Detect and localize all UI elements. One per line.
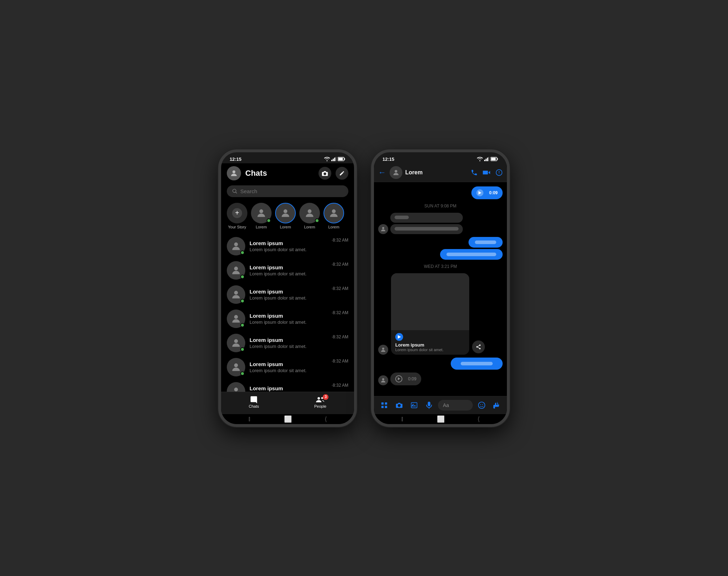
chat-item-0[interactable]: Lorem ipsum Lorem ipsum dolor sit amet. … <box>221 234 354 258</box>
chat-item-4[interactable]: Lorem ipsum Lorem ipsum dolor sit amet. … <box>221 331 354 355</box>
camera-input-button[interactable] <box>393 399 405 411</box>
add-story-icon: + <box>232 208 242 218</box>
your-story-item[interactable]: + Your Story <box>227 203 247 229</box>
phone-chats: 12:15 <box>218 149 357 427</box>
battery-icon <box>338 157 346 161</box>
svg-marker-34 <box>398 335 401 339</box>
voice-note-sent-top[interactable]: 0:09 <box>471 186 503 199</box>
messages-area: 0:09 SUN AT 9:08 PM <box>374 182 507 396</box>
phone-call-icon[interactable] <box>471 169 478 176</box>
chat-item-1[interactable]: Lorem ipsum Lorem ipsum dolor sit amet. … <box>221 258 354 282</box>
chat-bubble-icon <box>250 396 258 403</box>
emoji-button[interactable] <box>476 399 488 411</box>
chat-time-2: ·8:32 AM <box>332 286 348 291</box>
received-voice-avatar <box>378 375 388 385</box>
story-person-icon-2 <box>280 207 291 219</box>
contact-name: Lorem <box>405 169 423 176</box>
date-divider-1: SUN AT 9:08 PM <box>378 204 503 208</box>
recv-bubble-1a <box>390 213 463 223</box>
shared-subtitle: Lorem ipsum dolor sit amet. <box>395 348 465 352</box>
chat-avatar-0 <box>227 237 245 255</box>
camera-button[interactable] <box>318 167 331 180</box>
mic-button[interactable] <box>423 399 435 411</box>
video-call-icon[interactable] <box>483 170 491 175</box>
share-button[interactable] <box>472 340 485 353</box>
conversation-screen: ← Lorem <box>374 163 507 424</box>
received-voice-note[interactable]: 0:09 <box>390 372 421 385</box>
story-avatar-1[interactable] <box>251 203 272 223</box>
svg-line-38 <box>478 347 480 348</box>
chat-name-2: Lorem ipsum <box>250 289 327 295</box>
grid-button[interactable] <box>378 399 390 411</box>
shared-card[interactable]: Lorem ipsum Lorem ipsum dolor sit amet. <box>391 273 469 355</box>
sent-bubble-1a <box>469 237 503 248</box>
nav-people[interactable]: 3 People <box>307 396 333 408</box>
chat-person-icon-1 <box>230 265 242 276</box>
chat-item-6[interactable]: Lorem ipsum Lorem ipsum dolor sit amet. … <box>221 379 354 392</box>
shared-sender-icon <box>380 347 386 353</box>
story-item-4[interactable]: Lorem <box>323 203 344 229</box>
shared-source <box>395 333 465 341</box>
svg-marker-31 <box>478 191 481 195</box>
story-item-1[interactable]: Lorem <box>251 203 272 229</box>
battery-icon-right <box>491 157 498 161</box>
shared-image <box>391 273 469 330</box>
nav-chats[interactable]: Chats <box>242 396 266 408</box>
story-label-4: Lorem <box>328 225 339 229</box>
svg-point-36 <box>476 346 478 348</box>
sent-placeholder-1b <box>446 253 496 256</box>
received-person-icon-1 <box>380 226 386 232</box>
info-icon[interactable] <box>496 169 503 176</box>
shared-title: Lorem ipsum <box>395 342 465 348</box>
camera-input-icon <box>396 402 403 408</box>
story-avatar-4[interactable] <box>323 203 344 223</box>
chat-preview-0: Lorem ipsum dolor sit amet. <box>250 247 327 252</box>
story-item-3[interactable]: Lorem <box>299 203 320 229</box>
share-icon <box>476 344 481 350</box>
your-story-avatar[interactable]: + <box>227 203 247 223</box>
image-button[interactable] <box>408 399 420 411</box>
user-avatar[interactable] <box>227 166 241 180</box>
wifi-icon <box>324 157 330 161</box>
chat-online-dot-4 <box>240 347 245 352</box>
search-icon <box>232 188 237 194</box>
compose-button[interactable] <box>336 167 348 180</box>
chat-preview-5: Lorem ipsum dolor sit amet. <box>250 368 327 373</box>
scene: 12:15 <box>204 135 524 441</box>
message-input[interactable]: Aa <box>438 400 473 411</box>
chat-info-1: Lorem ipsum Lorem ipsum dolor sit amet. <box>250 264 327 276</box>
svg-point-49 <box>478 402 485 408</box>
voice-duration-recv: 0:09 <box>408 376 416 381</box>
story-avatar-2[interactable] <box>275 203 296 223</box>
play-triangle-recv <box>398 377 400 380</box>
svg-point-32 <box>382 227 384 229</box>
chat-item-2[interactable]: Lorem ipsum Lorem ipsum dolor sit amet. … <box>221 282 354 307</box>
home-gesture-right: ⬜ <box>437 415 445 423</box>
svg-rect-24 <box>487 158 488 161</box>
chat-name-6: Lorem ipsum <box>250 385 327 391</box>
play-icon-top[interactable] <box>476 189 483 196</box>
chat-time-6: ·8:32 AM <box>332 383 348 388</box>
chat-item-3[interactable]: Lorem ipsum Lorem ipsum dolor sit amet. … <box>221 307 354 331</box>
story-item-2[interactable]: Lorem <box>275 203 296 229</box>
search-input[interactable] <box>240 188 343 194</box>
svg-point-14 <box>234 266 238 270</box>
back-gesture-right: ⫿ <box>401 415 404 423</box>
back-button[interactable]: ← <box>378 168 386 177</box>
chat-avatar-1 <box>227 261 245 280</box>
nav-people-label: People <box>314 404 326 408</box>
svg-rect-44 <box>381 406 384 408</box>
voice-duration-top: 0:09 <box>489 190 498 195</box>
like-button[interactable] <box>491 399 503 411</box>
chats-screen: Chats <box>221 163 354 424</box>
svg-rect-45 <box>385 406 387 408</box>
chat-name-0: Lorem ipsum <box>250 240 327 246</box>
wifi-icon-right <box>477 157 483 161</box>
play-button-recv[interactable] <box>395 375 402 382</box>
search-bar[interactable] <box>227 185 348 197</box>
story-avatar-3[interactable] <box>299 203 320 223</box>
chat-item-5[interactable]: Lorem ipsum Lorem ipsum dolor sit amet. … <box>221 355 354 379</box>
chat-online-dot-5 <box>240 371 245 376</box>
contact-avatar[interactable] <box>390 166 402 179</box>
status-icons-left <box>324 157 346 161</box>
